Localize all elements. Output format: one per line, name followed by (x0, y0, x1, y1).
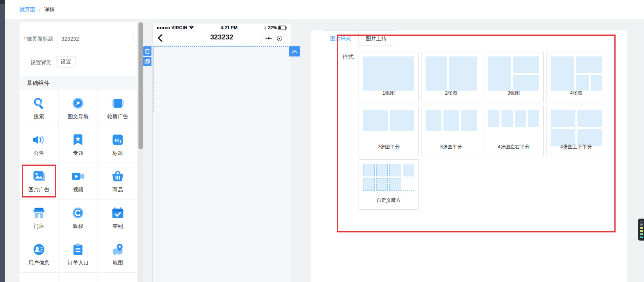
copyright-icon (70, 205, 86, 221)
component-item-15[interactable]: 地图 (98, 236, 137, 273)
store-icon (31, 205, 47, 221)
component-item-9[interactable]: 商品 (98, 163, 137, 200)
component-item-2[interactable]: 图文导航 (59, 90, 98, 126)
components-grid: 搜索图文导航轮播广告公告专题H1标题图片广告视频商品门店版权签到用户信息订单入口… (19, 90, 137, 282)
video-icon (70, 169, 86, 184)
carrier-label: ●●●co VIRGIN (156, 25, 187, 30)
style-thumbnail-two-equal (363, 110, 414, 131)
announcement-icon (31, 132, 47, 148)
background-set-button[interactable]: 设置 (56, 56, 76, 67)
style-option-two-equal[interactable]: 2张图平分 (359, 106, 419, 156)
component-item-14[interactable]: 订单入口 (59, 236, 98, 273)
tab-image-style[interactable]: 图片样式 (323, 30, 359, 46)
page-title-input[interactable] (57, 33, 134, 44)
component-item-label: 标题 (112, 150, 123, 157)
style-thumbnail-two (426, 56, 477, 91)
style-option-label: 3张图 (484, 90, 543, 97)
style-option-label: 4张图上下平分 (547, 143, 606, 150)
copy-component-button[interactable] (143, 57, 151, 66)
image-ad-settings-panel: 图片样式图片上传 样式 1张图2张图3张图4张图2张图平分3张图平分4张图左右平… (311, 30, 627, 282)
breadcrumb-current-detail: 详情 (44, 6, 55, 13)
close-target-icon[interactable] (277, 36, 282, 41)
component-item-3[interactable]: 轮播广告 (98, 90, 137, 126)
collapse-panel-button[interactable] (289, 46, 300, 56)
component-item-4[interactable]: 公告 (19, 126, 59, 163)
tab-image-upload[interactable]: 图片上传 (359, 30, 394, 46)
map-icon (110, 242, 125, 257)
svg-text:H: H (115, 137, 119, 143)
component-item-label: 商品 (112, 186, 123, 193)
checkin-icon (110, 205, 125, 221)
style-field-label: 样式 (342, 54, 354, 61)
heading-icon: H1 (110, 132, 125, 148)
style-option-label: 自定义魔方 (359, 197, 418, 204)
selected-component-block[interactable] (153, 46, 288, 112)
wifi-icon (189, 26, 194, 30)
component-item-12[interactable]: 签到 (98, 200, 137, 236)
component-item-label: 视频 (73, 186, 83, 193)
style-thumbnail-cube (363, 164, 414, 191)
component-item-partial[interactable] (19, 273, 59, 282)
component-item-8[interactable]: 视频 (59, 163, 98, 200)
copy-icon (145, 59, 150, 64)
component-item-6[interactable]: H1标题 (98, 126, 137, 163)
component-item-label: 订单入口 (67, 259, 89, 267)
phone-nav-bar: 323232 (153, 32, 291, 45)
miniprogram-capsule (260, 34, 287, 43)
style-option-one[interactable]: 1张图 (359, 52, 419, 102)
component-item-label: 搜索 (34, 113, 44, 120)
style-option-four-row[interactable]: 4张图左右平分 (484, 106, 544, 156)
left-panel-scrollbar[interactable] (138, 22, 143, 282)
component-item-7[interactable]: 图片广告 (19, 163, 59, 200)
phone-status-bar: ●●●co VIRGIN 4:21 PM 22% (153, 24, 291, 32)
style-option-label: 2张图 (421, 90, 481, 97)
component-item-10[interactable]: 门店 (19, 200, 59, 236)
component-item-label: 图文导航 (67, 113, 89, 120)
component-item-11[interactable]: 版权 (59, 200, 98, 236)
style-thumbnail-three-equal (426, 110, 477, 131)
component-item-label: 轮播广告 (107, 113, 128, 120)
image-text-nav-icon (70, 95, 86, 111)
style-thumbnail-one (363, 56, 414, 91)
scrollbar-thumb[interactable] (138, 22, 143, 149)
style-option-label: 1张图 (359, 90, 418, 97)
style-thumbnail-four-grid (551, 110, 602, 146)
component-item-partial[interactable] (98, 273, 137, 282)
breadcrumb-link-micropage[interactable]: 微页面 (19, 6, 35, 13)
settings-tabs: 图片样式图片上传 (311, 30, 627, 46)
style-option-four-grid[interactable]: 4张图上下平分 (546, 106, 606, 156)
required-asterisk: * (24, 36, 26, 42)
component-item-13[interactable]: 用户信息 (19, 236, 59, 273)
style-option-label: 2张图平分 (359, 143, 418, 150)
topic-icon (70, 132, 86, 148)
battery-percent-label: 22% (268, 25, 277, 30)
battery-icon (278, 26, 287, 30)
component-item-5[interactable]: 专题 (59, 126, 98, 163)
page-title-label: *微页面标题 (24, 35, 53, 43)
component-item-partial[interactable] (59, 273, 98, 282)
goods-icon (110, 169, 125, 184)
component-item-label: 版权 (73, 223, 83, 230)
component-item-label: 用户信息 (28, 259, 50, 267)
style-option-three[interactable]: 3张图 (484, 52, 544, 102)
style-option-label: 4张图 (547, 90, 606, 97)
style-thumbnail-four (551, 56, 602, 91)
phone-preview: ●●●co VIRGIN 4:21 PM 22% 323232 (152, 24, 291, 282)
image-ad-icon (31, 169, 47, 184)
component-item-label: 专题 (73, 150, 83, 157)
clock-label: 4:21 PM (194, 25, 264, 30)
style-option-three-equal[interactable]: 3张图平分 (421, 106, 481, 156)
style-option-four[interactable]: 4张图 (546, 52, 606, 102)
more-dots-icon[interactable] (266, 37, 272, 39)
style-option-two[interactable]: 2张图 (421, 52, 481, 102)
style-option-cube[interactable]: 自定义魔方 (359, 159, 419, 210)
delete-component-button[interactable] (143, 46, 151, 56)
style-thumbnail-three (488, 56, 539, 91)
component-item-1[interactable]: 搜索 (19, 90, 59, 126)
edge-widget[interactable] (638, 219, 644, 241)
svg-text:1: 1 (119, 139, 121, 143)
component-item-label: 地图 (112, 259, 123, 267)
breadcrumb: 微页面 / 详情 (19, 6, 55, 13)
trash-icon (145, 48, 150, 54)
components-section-title: 基础组件 (19, 76, 137, 90)
